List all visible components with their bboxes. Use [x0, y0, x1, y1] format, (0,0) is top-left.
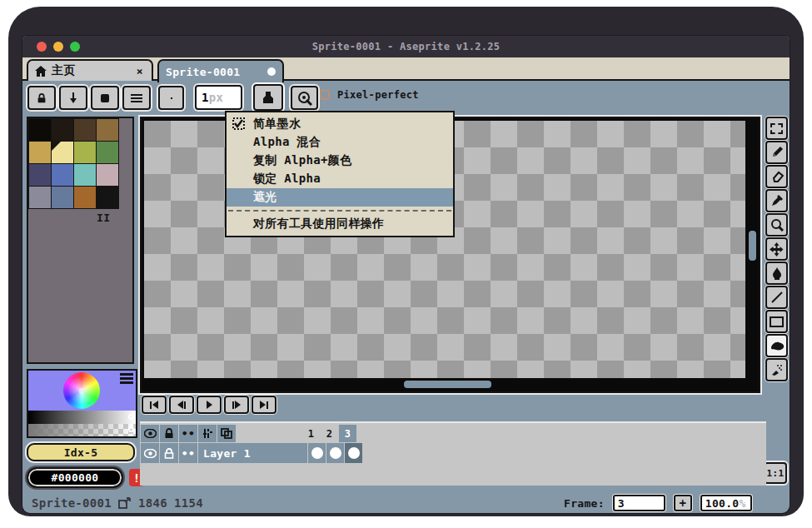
add-frame-button[interactable]: +: [674, 495, 692, 511]
tool-paint-bucket[interactable]: [765, 262, 788, 285]
tool-zoom[interactable]: [765, 213, 788, 237]
tool-move[interactable]: [765, 237, 788, 261]
tool-rectangle[interactable]: [765, 310, 788, 333]
checkmark-icon: [232, 117, 245, 130]
palette-swatch[interactable]: [29, 142, 51, 163]
next-frame-icon: [232, 401, 234, 409]
rectangle-icon: [770, 316, 784, 327]
foreground-marker-icon: [52, 142, 61, 151]
cel-icon: [348, 447, 360, 459]
palette-swatch[interactable]: [74, 187, 96, 208]
tab-close-icon[interactable]: ×: [135, 65, 145, 77]
palette-swatch[interactable]: [52, 187, 73, 208]
tab-home[interactable]: 主页 ×: [27, 59, 153, 81]
tool-line[interactable]: [765, 286, 788, 309]
layer-continuous-button[interactable]: ••: [179, 443, 197, 463]
hex-color-value[interactable]: #000000: [27, 467, 123, 488]
pixel-perfect-checkbox[interactable]: [320, 90, 330, 100]
menu-item-label: 复制 Alpha+颜色: [253, 153, 351, 168]
frame-number-input[interactable]: 3: [613, 495, 665, 511]
palette-resize-handle[interactable]: II: [97, 212, 110, 224]
palette-swatch[interactable]: [97, 119, 118, 141]
toggle-all-visibility-button[interactable]: [141, 425, 159, 442]
palette-swatch[interactable]: [74, 142, 96, 163]
palette-index-button[interactable]: Idx-5: [27, 443, 135, 461]
zoom-input[interactable]: 100.0%: [700, 495, 752, 511]
status-frame-controls: Frame: 3 + 100.0%: [564, 495, 752, 511]
menu-option-button[interactable]: [122, 86, 151, 110]
tool-rectangular-marquee[interactable]: [765, 117, 788, 140]
continuous-cels-button[interactable]: ••: [179, 425, 197, 442]
ink-type-button[interactable]: [253, 84, 283, 111]
frame-label: Frame:: [564, 497, 605, 510]
brush-preview-button[interactable]: [158, 86, 184, 110]
menu-item-label: Alpha 混合: [253, 135, 321, 150]
drop-pixels-button[interactable]: [59, 86, 87, 110]
shape-option-button[interactable]: [91, 86, 119, 110]
palette-swatch[interactable]: [74, 164, 96, 186]
palette-swatch[interactable]: [52, 119, 73, 141]
palette-swatch[interactable]: [29, 164, 51, 186]
first-frame-button[interactable]: [142, 396, 167, 414]
tool-pencil[interactable]: [765, 141, 788, 164]
tool-spray[interactable]: [765, 358, 788, 381]
tool-contour[interactable]: [765, 334, 788, 357]
zoom-value: 100.0: [705, 497, 740, 510]
brush-size-input[interactable]: 1px: [195, 85, 242, 110]
lock-option-button[interactable]: [27, 86, 56, 110]
options-hamburger-icon[interactable]: [120, 373, 133, 384]
toggle-all-lock-button[interactable]: [160, 425, 178, 442]
menu-item-lock-alpha[interactable]: 锁定 Alpha: [227, 170, 453, 188]
cel-frame-2[interactable]: [326, 443, 344, 463]
play-button[interactable]: [197, 396, 222, 414]
palette-swatch[interactable]: [29, 187, 51, 208]
dynamics-button[interactable]: [291, 86, 318, 110]
onion-skin-button[interactable]: [217, 425, 236, 442]
menu-item-label: 锁定 Alpha: [253, 172, 321, 187]
wheel-center-ring: [79, 388, 85, 394]
palette-swatch[interactable]: [74, 119, 96, 141]
menu-item-label: 对所有工具使用同样操作: [253, 217, 384, 232]
alpha-gradient-slider[interactable]: [28, 424, 136, 436]
cel-icon: [311, 447, 323, 459]
frame-header-2[interactable]: 2: [321, 425, 338, 442]
palette-swatch-selected[interactable]: [52, 142, 73, 163]
frame-header-1[interactable]: 1: [302, 425, 320, 442]
palette-swatch[interactable]: [52, 164, 73, 186]
color-wheel-icon[interactable]: [63, 372, 100, 409]
horizontal-scrollbar[interactable]: [404, 381, 491, 388]
menu-item-simple-ink[interactable]: 简单墨水: [227, 115, 453, 133]
menu-item-same-in-all-tools[interactable]: 对所有工具使用同样操作: [227, 215, 453, 233]
vertical-scrollbar[interactable]: [749, 231, 756, 261]
home-icon: [35, 66, 47, 77]
alpha-knob[interactable]: [128, 426, 134, 432]
hamburger-icon: [131, 93, 142, 103]
layer-name[interactable]: Layer 1: [198, 443, 307, 463]
prev-frame-button[interactable]: [169, 396, 194, 414]
zoom-ratio-button[interactable]: 1:1: [764, 462, 787, 484]
frame-header-3-selected[interactable]: 3: [339, 425, 356, 442]
menu-item-alpha-compositing[interactable]: Alpha 混合: [227, 133, 453, 152]
pixel-perfect-label: Pixel-perfect: [337, 89, 419, 101]
last-frame-button[interactable]: [252, 396, 276, 414]
menu-item-copy-alpha-color[interactable]: 复制 Alpha+颜色: [227, 152, 453, 170]
tab-sprite[interactable]: Sprite-0001: [157, 59, 284, 82]
value-gradient-slider[interactable]: [28, 411, 136, 424]
tool-eraser[interactable]: [765, 165, 788, 188]
canvas-size-icon: [118, 497, 132, 509]
move-icon: [770, 242, 784, 257]
next-frame-button[interactable]: [224, 396, 249, 414]
dynamics-icon: [297, 91, 312, 106]
layer-visibility-button[interactable]: [141, 443, 159, 463]
palette-swatch[interactable]: [97, 164, 118, 186]
palette-swatch[interactable]: [29, 119, 51, 141]
layer-lock-button[interactable]: [160, 443, 178, 463]
timeline-options-button[interactable]: [198, 425, 217, 442]
cel-frame-1[interactable]: [308, 443, 326, 463]
cel-frame-3-selected[interactable]: [345, 443, 362, 463]
palette-swatch[interactable]: [97, 142, 118, 163]
tool-eyedropper[interactable]: [765, 189, 788, 212]
value-knob[interactable]: [128, 414, 134, 420]
menu-item-label: 遮光: [253, 190, 277, 205]
menu-item-shading[interactable]: 遮光: [227, 188, 453, 207]
